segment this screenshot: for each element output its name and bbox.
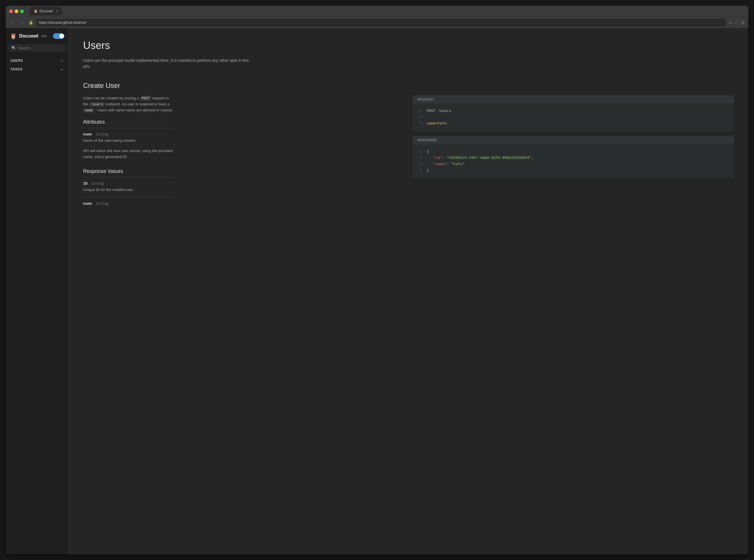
forward-button[interactable]: → <box>19 19 26 26</box>
page-description: Users are the principal model implemente… <box>83 57 249 70</box>
back-button[interactable]: ← <box>9 19 16 26</box>
name-key: "name" <box>433 162 447 166</box>
search-box[interactable]: 🔍 / <box>8 44 65 52</box>
tab-icon: 🦉 <box>34 9 38 13</box>
attributes-title: Attributes <box>83 119 175 125</box>
attr-name-type: string <box>96 133 108 137</box>
menu-icon[interactable]: ☰ <box>741 20 745 25</box>
line-num-1: 1 <box>418 108 422 114</box>
response-id-label: ID string <box>83 181 175 186</box>
resp-line-num-3: 3 <box>418 161 422 167</box>
logo-area: 🦉 Docuowl v0.2 <box>6 33 69 44</box>
response-line-3: 3 "name": "Fefo" <box>418 161 729 167</box>
nav-section: USERS ► TASKS ► <box>6 56 69 74</box>
version-badge: v0.2 <box>41 35 47 38</box>
response-name-row: name string <box>83 202 175 206</box>
response-name-type: string <box>96 202 108 206</box>
users-endpoint-code: /users <box>90 102 104 107</box>
line-num-2: 2 <box>418 114 422 121</box>
response-open-brace: { <box>427 148 429 155</box>
response-id-row: ID string Unique ID for the created user <box>83 181 175 193</box>
theme-toggle[interactable] <box>53 33 64 39</box>
response-values-title: Response Values <box>83 168 175 174</box>
close-button[interactable] <box>9 9 13 13</box>
post-code: POST <box>140 96 151 101</box>
toolbar-actions: ▭ ⋯ ☰ <box>729 20 745 25</box>
sidebar-item-tasks-label: TASKS <box>10 67 23 71</box>
response-line-1: 1 { <box>418 148 729 155</box>
tab-title: Docuowl <box>40 9 53 13</box>
name-code: name <box>83 108 94 113</box>
request-panel: REQUEST 1 POST /users 2 3 <box>413 95 734 132</box>
request-code-body: 1 POST /users 2 3 name=Fefo <box>413 103 734 132</box>
response-name-label: name string <box>83 202 175 206</box>
main-content: Users Users are the principal model impl… <box>69 28 748 554</box>
response-line-4: 4 } <box>418 167 729 174</box>
address-bar[interactable]: https://docuowl.github.io/demo/ <box>36 19 726 27</box>
right-column: REQUEST 1 POST /users 2 3 <box>413 95 734 211</box>
request-param: name=Fefo <box>427 121 447 127</box>
users-expand-icon: ► <box>61 59 64 62</box>
tab-close-icon[interactable]: ✕ <box>56 9 58 13</box>
traffic-lights <box>9 9 24 13</box>
response-id-type: string <box>91 182 104 186</box>
request-line-1: 1 POST /users <box>418 108 729 114</box>
minimize-button[interactable] <box>15 9 18 13</box>
browser-titlebar: 🦉 Docuowl ✕ <box>6 6 748 17</box>
attr-name-description: Name of the user being created <box>83 138 175 143</box>
url-text: https://docuowl.github.io/demo/ <box>39 21 86 25</box>
response-name-kv: "name": "Fefo" <box>427 161 465 167</box>
left-column: Users can be created by issuing a POST r… <box>83 95 175 211</box>
attributes-section: Attributes name string Name of the user … <box>83 119 175 143</box>
attr-name-label: name string <box>83 132 175 137</box>
reader-mode-icon[interactable]: ▭ <box>729 20 733 25</box>
logo: 🦉 Docuowl v0.2 <box>10 33 47 40</box>
search-input[interactable] <box>18 46 66 50</box>
create-user-title: Create User <box>83 82 734 89</box>
maximize-button[interactable] <box>20 9 24 13</box>
response-values-divider <box>83 177 175 178</box>
request-blank <box>427 114 429 121</box>
create-user-description: Users can be created by issuing a POST r… <box>83 95 175 114</box>
line-num-3: 3 <box>418 121 422 127</box>
tab-bar: 🦉 Docuowl ✕ <box>30 7 62 16</box>
response-close-brace: } <box>427 167 429 174</box>
response-line-2: 2 "id": "FA3901CC-F667-4AA0-8CFE-B6B1C50… <box>418 155 729 161</box>
browser-toolbar: ← → 🔒 https://docuowl.github.io/demo/ ▭ … <box>6 17 748 28</box>
more-options-icon[interactable]: ⋯ <box>735 20 739 25</box>
response-id-description: Unique ID for the created user <box>83 187 175 193</box>
response-values-section: Response Values ID string Unique ID for … <box>83 168 175 206</box>
security-icon: 🔒 <box>28 20 33 25</box>
name-value: "Fefo" <box>451 162 465 166</box>
response-name-divider <box>83 197 175 198</box>
resp-line-num-1: 1 <box>418 148 422 155</box>
extra-description: API will return the new user record, usi… <box>83 148 175 160</box>
sidebar-item-users-label: USERS <box>10 59 23 63</box>
id-key: "id" <box>433 156 442 160</box>
attr-name-row: name string Name of the user being creat… <box>83 132 175 143</box>
request-line-3: 3 name=Fefo <box>418 121 729 127</box>
response-panel-header: RESPONSE <box>413 136 734 144</box>
toggle-knob <box>59 34 64 38</box>
response-id-kv: "id": "FA3901CC-F667-4AA0-8CFE-B6B1C5058… <box>427 155 534 161</box>
resp-line-num-2: 2 <box>418 155 422 161</box>
sidebar-item-tasks[interactable]: TASKS ► <box>6 65 69 74</box>
sidebar: 🦉 Docuowl v0.2 🔍 / USERS ► T <box>6 28 69 554</box>
response-panel: RESPONSE 1 { 2 "id": "FA3901CC-F667-4AA0… <box>413 136 734 178</box>
browser-window: 🦉 Docuowl ✕ ← → 🔒 https://docuowl.github… <box>6 6 748 554</box>
app-layout: 🦉 Docuowl v0.2 🔍 / USERS ► T <box>6 28 748 554</box>
request-line-2: 2 <box>418 114 729 121</box>
browser-tab[interactable]: 🦉 Docuowl ✕ <box>30 7 62 16</box>
id-value: "FA3901CC-F667-4AA0-8CFE-B6B1C5058DFA" <box>447 156 531 160</box>
resp-line-num-4: 4 <box>418 167 422 174</box>
request-panel-header: REQUEST <box>413 95 734 103</box>
logo-label: Docuowl <box>19 34 38 39</box>
response-code-body: 1 { 2 "id": "FA3901CC-F667-4AA0-8CFE-B6B… <box>413 144 734 178</box>
page-title: Users <box>83 40 734 52</box>
search-icon: 🔍 <box>12 46 16 50</box>
tasks-expand-icon: ► <box>61 67 64 71</box>
content-grid: Users can be created by issuing a POST r… <box>83 95 734 211</box>
sidebar-item-users[interactable]: USERS ► <box>6 56 69 65</box>
logo-icon: 🦉 <box>10 33 17 40</box>
request-method: POST /users <box>427 108 451 114</box>
